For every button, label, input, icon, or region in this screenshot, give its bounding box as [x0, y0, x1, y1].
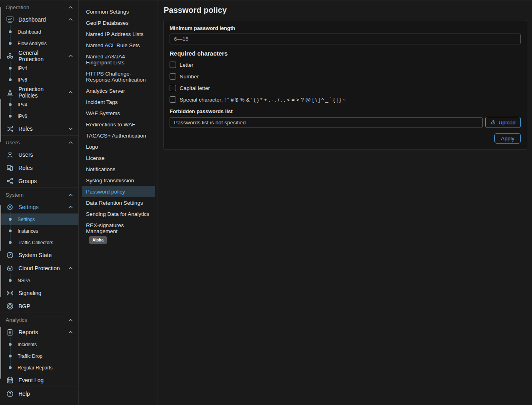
- roles-icon: [6, 164, 14, 172]
- nav-section-title: System: [6, 192, 24, 198]
- sidebar-subitem-traffic-drop[interactable]: Traffic Drop: [0, 350, 78, 362]
- sidebar-item-system-state[interactable]: System State: [0, 248, 78, 261]
- sidebar-item-help[interactable]: Help: [0, 387, 78, 400]
- sidebar-item-signaling[interactable]: Signaling: [0, 286, 78, 299]
- sidebar-item-reports[interactable]: Reports: [0, 325, 78, 339]
- chevron-up-icon: [68, 267, 73, 270]
- rules-icon: [6, 125, 14, 133]
- sidebar-subitem-label: Flow Analysis: [18, 41, 47, 46]
- upload-button[interactable]: Upload: [485, 117, 521, 128]
- sidebar-item-groups[interactable]: Groups: [0, 174, 78, 188]
- nav-section-title: Users: [6, 140, 20, 146]
- checkbox-label: Number: [180, 74, 199, 80]
- nav-section-title: Analytics: [6, 317, 27, 323]
- sidebar-item-label: Help: [18, 391, 30, 397]
- main-content: Password policy Minimum password length …: [158, 0, 532, 405]
- sidebar-item-label: General Protection: [18, 50, 64, 62]
- menu-item-data-retention-settings[interactable]: Data Retention Settings: [79, 197, 158, 208]
- nav-section-header-analytics[interactable]: Analytics: [0, 313, 78, 325]
- sidebar-subitem-traffic-collectors[interactable]: Traffic Collectors: [0, 237, 78, 248]
- menu-item-named-ja3-ja4-fingerprint-lists[interactable]: Named JA3/JA4 Fingerprint Lists: [79, 51, 158, 68]
- checkbox-row-capital-letter[interactable]: Capital letter: [170, 85, 521, 91]
- nav-rail-segment: [0, 265, 1, 297]
- sidebar-subitem-regular-reports[interactable]: Regular Reports: [0, 362, 78, 373]
- sidebar-item-cloud-protection[interactable]: Cloud Protection: [0, 261, 78, 275]
- settings-icon: [6, 203, 14, 211]
- min-length-input[interactable]: [170, 34, 521, 44]
- menu-item-redirections-to-waf[interactable]: Redirections to WAF: [79, 119, 158, 130]
- nav-section-header-system[interactable]: System: [0, 188, 78, 200]
- sidebar-item-label: Protection Policies: [18, 86, 64, 99]
- menu-item-rex-signatures-management[interactable]: REX-signatures Management Alpha: [79, 219, 158, 246]
- sidebar-item-rules[interactable]: Rules: [0, 122, 78, 135]
- menu-item-syslog-transmission[interactable]: Syslog transmission: [79, 175, 158, 186]
- sidebar-subitem-incidents[interactable]: Incidents: [0, 339, 78, 350]
- sidebar-item-protection-policies[interactable]: Protection Policies: [0, 86, 78, 99]
- required-characters-heading: Required characters: [170, 50, 521, 57]
- chevron-up-icon: [68, 331, 73, 334]
- checkbox-row-number[interactable]: Number: [170, 73, 521, 80]
- sidebar-subitem-label: Instances: [18, 228, 38, 234]
- sidebar-subitem-ipv4[interactable]: IPv4: [0, 62, 78, 74]
- nav-rail-segment: [0, 205, 1, 251]
- sidebar: Operation Dashboard Dashboard Flow Analy…: [0, 0, 79, 405]
- sidebar-item-settings[interactable]: Settings: [0, 200, 78, 213]
- sidebar-subitem-label: IPv6: [18, 114, 27, 119]
- sidebar-item-label: Signaling: [18, 290, 42, 296]
- checkbox-row-special-character[interactable]: Special character: ! " # $ % & ' ( ) * +…: [170, 96, 521, 103]
- menu-item-license[interactable]: License: [79, 152, 158, 164]
- sidebar-item-label: BGP: [18, 303, 30, 309]
- menu-item-analytics-server[interactable]: Analytics Server: [79, 85, 158, 96]
- sidebar-subitem-settings[interactable]: Settings: [0, 213, 78, 225]
- nav-section-help: Help: [0, 387, 78, 400]
- sidebar-subitem-nspa[interactable]: NSPA: [0, 275, 78, 286]
- dashboard-subitems: Dashboard Flow Analysis: [0, 26, 78, 49]
- menu-item-password-policy[interactable]: Password policy: [82, 186, 155, 197]
- settings-menu: Common Settings GeoIP Databases Named IP…: [79, 0, 158, 405]
- sidebar-item-dashboard[interactable]: Dashboard: [0, 13, 78, 26]
- menu-item-geoip-databases[interactable]: GeoIP Databases: [79, 17, 158, 28]
- sidebar-item-general-protection[interactable]: General Protection: [0, 49, 78, 62]
- menu-item-tacacs-authentication[interactable]: TACACS+ Authentication: [79, 130, 158, 141]
- menu-item-notifications[interactable]: Notifications: [79, 164, 158, 175]
- sidebar-item-roles[interactable]: Roles: [0, 161, 78, 174]
- nav-section-header-users[interactable]: Users: [0, 136, 78, 148]
- checkbox-icon: [170, 62, 176, 68]
- sidebar-subitem-label: Incidents: [18, 342, 37, 347]
- menu-item-named-ip-address-lists[interactable]: Named IP Address Lists: [79, 28, 158, 40]
- menu-item-waf-systems[interactable]: WAF Systems: [79, 108, 158, 119]
- checkbox-label: Capital letter: [180, 85, 210, 91]
- system-state-icon: [6, 251, 14, 259]
- bgp-icon: [6, 302, 14, 310]
- sidebar-subitem-label: IPv4: [18, 102, 27, 108]
- menu-item-sending-data-for-analytics[interactable]: Sending Data for Analytics: [79, 208, 158, 219]
- menu-item-incident-tags[interactable]: Incident Tags: [79, 96, 158, 108]
- menu-item-https-challenge-response-authentication[interactable]: HTTPS Challenge-Response Authentication: [79, 68, 158, 85]
- alpha-badge: Alpha: [89, 236, 107, 244]
- sidebar-subitem-dashboard[interactable]: Dashboard: [0, 26, 78, 38]
- sidebar-subitem-label: NSPA: [18, 278, 30, 283]
- sidebar-subitem-label: Settings: [18, 217, 35, 222]
- general-protection-icon: [6, 52, 14, 60]
- chevron-up-icon: [68, 194, 73, 197]
- menu-item-logo[interactable]: Logo: [79, 141, 158, 152]
- help-icon: [6, 390, 14, 398]
- sidebar-item-event-log[interactable]: Event Log: [0, 373, 78, 387]
- nav-section-analytics: Analytics Reports Incidents Traffic Drop…: [0, 313, 78, 387]
- sidebar-subitem-flow-analysis[interactable]: Flow Analysis: [0, 38, 78, 49]
- sidebar-item-label: Settings: [18, 204, 39, 210]
- sidebar-subitem-label: Traffic Collectors: [18, 240, 53, 245]
- sidebar-item-label: Reports: [18, 329, 38, 335]
- menu-item-common-settings[interactable]: Common Settings: [79, 6, 158, 17]
- sidebar-item-bgp[interactable]: BGP: [0, 299, 78, 313]
- sidebar-subitem-instances[interactable]: Instances: [0, 225, 78, 237]
- menu-item-named-acl-rule-sets[interactable]: Named ACL Rule Sets: [79, 40, 158, 51]
- sidebar-subitem-ipv4[interactable]: IPv4: [0, 99, 78, 110]
- sidebar-subitem-ipv6[interactable]: IPv6: [0, 74, 78, 86]
- protection-policies-icon: [6, 88, 14, 96]
- apply-button[interactable]: Apply: [494, 133, 521, 144]
- sidebar-subitem-ipv6[interactable]: IPv6: [0, 110, 78, 122]
- sidebar-item-users[interactable]: Users: [0, 148, 78, 161]
- checkbox-row-letter[interactable]: Letter: [170, 62, 521, 68]
- nav-section-header-operation[interactable]: Operation: [0, 0, 78, 13]
